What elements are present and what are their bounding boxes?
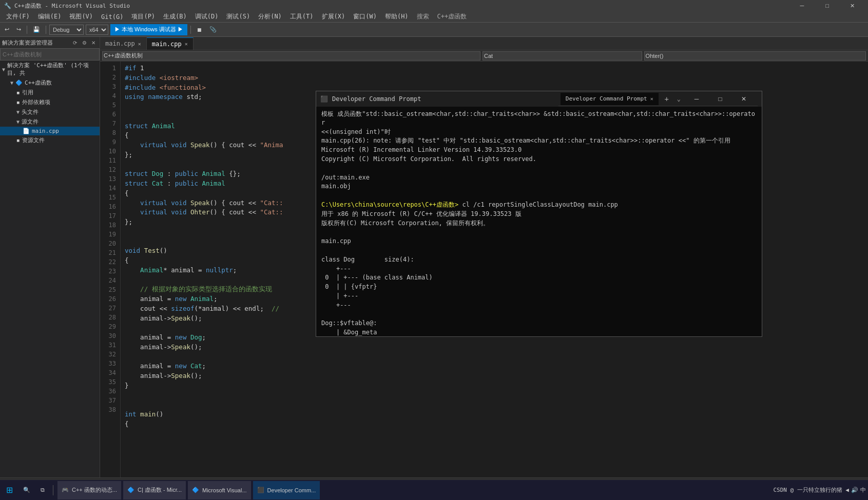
sidebar-close-btn[interactable]: ✕ — [89, 38, 98, 47]
sidebar-title: 解决方案资源管理器 — [2, 39, 53, 47]
toolbar: ↩ ↪ 💾 Debug Release x64 x86 ▶ 本地 Windows… — [0, 23, 868, 37]
nav-member-dropdown[interactable] — [644, 51, 866, 61]
tree-ref-icon: ◾ — [16, 89, 20, 96]
taskbar-app-cmd[interactable]: ⬛ Developer Comm... — [253, 481, 320, 499]
debug-mode-select[interactable]: Debug Release — [49, 25, 84, 35]
sidebar-sync-btn[interactable]: ⟳ — [71, 38, 79, 47]
close-button[interactable]: ✕ — [841, 0, 864, 11]
minimize-button[interactable]: ─ — [790, 0, 814, 11]
menu-bar: 文件(F) 编辑(E) 视图(V) Git(G) 项目(P) 生成(B) 调试(… — [0, 11, 868, 23]
menu-item-debug[interactable]: 调试(D) — [191, 11, 223, 22]
terminal-title-left: ⬛ Developer Command Prompt — [320, 95, 421, 103]
menu-item-edit[interactable]: 编辑(E) — [34, 11, 66, 22]
menu-item-view[interactable]: 视图(V) — [65, 11, 97, 22]
sidebar-search[interactable] — [0, 48, 100, 61]
taskbar-app-vs-label: C| 虚函数 - Micr... — [138, 486, 182, 494]
tree-maincpp[interactable]: 📄 main.cpp — [0, 127, 100, 135]
tree-src-expand: ▼ — [16, 119, 20, 125]
term-line-3: main.cpp(26): note: 请参阅 "test" 中对 "std::… — [321, 136, 757, 145]
start-button[interactable]: ⊞ — [2, 481, 17, 499]
sidebar-settings-btn[interactable]: ⚙ — [80, 38, 88, 47]
tab-close-2[interactable]: ✕ — [185, 41, 188, 47]
taskbar-app-vs-icon: 🔷 — [127, 487, 134, 493]
taskbar-app-vs-cpp[interactable]: 🔷 C| 虚函数 - Micr... — [123, 481, 186, 499]
terminal-tab-label: Developer Command Prompt — [566, 95, 647, 102]
tab-close-1[interactable]: ✕ — [138, 41, 141, 47]
tree-expand-project: ▼ — [10, 80, 13, 86]
tab-bar: main.cpp ✕ main.cpp ✕ — [100, 37, 868, 50]
toolbar-attach[interactable]: 📎 — [207, 24, 219, 35]
toolbar-sep3 — [190, 26, 191, 34]
term-line-11: 用于 x86 的 Microsoft (R) C/C++ 优化编译器 19.39… — [321, 210, 757, 218]
term-line-9 — [321, 191, 757, 200]
taskbar: ⊞ 🔍 ⧉ 🎮 C++ 函数的动态... 🔷 C| 虚函数 - Micr... … — [0, 479, 868, 500]
toolbar-sep2 — [46, 26, 46, 34]
tree-expand-solution: ▼ — [2, 67, 5, 72]
menu-item-build[interactable]: 生成(B) — [159, 11, 191, 22]
menu-item-help[interactable]: 帮助(H) — [381, 11, 413, 22]
menu-item-extensions[interactable]: 扩展(X) — [318, 11, 350, 22]
tree-hdr-label: 头文件 — [22, 108, 38, 116]
taskbar-csdn-label: CSDN @ 一只特立独行的猪 ◀ — [773, 486, 849, 494]
app-icon: 🔧 — [4, 3, 11, 9]
menu-item-search[interactable]: 搜索 — [413, 11, 433, 22]
term-line-21: +--- — [321, 301, 757, 310]
terminal-add-tab[interactable]: + — [661, 93, 673, 105]
toolbar-stop[interactable]: ⏹ — [194, 24, 205, 35]
term-line-12: 版权所有(C) Microsoft Corporation, 保留所有权利。 — [321, 219, 757, 228]
term-line-16: class Dog size(4): — [321, 255, 757, 264]
title-bar-controls: ─ □ ✕ — [790, 0, 864, 11]
tree-external[interactable]: ◾ 外部依赖项 — [0, 97, 100, 107]
taskbar-right: CSDN @ 一只特立独行的猪 ◀ 🔊 中 — [773, 486, 866, 494]
taskbar-app-realtime[interactable]: 🎮 C++ 函数的动态... — [57, 481, 121, 499]
tree-resources[interactable]: ◾ 资源文件 — [0, 135, 100, 145]
toolbar-undo[interactable]: ↩ — [2, 24, 12, 35]
terminal-max-btn[interactable]: □ — [708, 91, 732, 107]
tree-ext-label: 外部依赖项 — [22, 98, 50, 106]
line-numbers: 1234567891011121314151617181920212223242… — [100, 62, 121, 477]
toolbar-redo[interactable]: ↪ — [14, 24, 24, 35]
taskbar-lang: 中 — [860, 486, 866, 494]
term-line-15 — [321, 246, 757, 255]
taskbar-app-vs-main[interactable]: 🔷 Microsoft Visual... — [188, 481, 251, 499]
tab-maincpp-2[interactable]: main.cpp ✕ — [147, 37, 194, 50]
search-button[interactable]: 🔍 — [19, 481, 34, 499]
tree-references[interactable]: ◾ 引用 — [0, 88, 100, 97]
menu-item-project[interactable]: 项目(P) — [127, 11, 159, 22]
menu-item-git[interactable]: Git(G) — [97, 12, 127, 22]
menu-item-window[interactable]: 窗口(W) — [349, 11, 381, 22]
nav-class-dropdown[interactable] — [102, 51, 480, 61]
term-line-20: | +--- — [321, 292, 757, 301]
tree-res-icon: ◾ — [16, 137, 20, 144]
menu-item-tools[interactable]: 工具(T) — [286, 11, 318, 22]
menu-item-file[interactable]: 文件(F) — [2, 11, 34, 22]
term-line-14: main.cpp — [321, 237, 757, 246]
terminal-titlebar: ⬛ Developer Command Prompt Developer Com… — [316, 91, 762, 107]
maximize-button[interactable]: □ — [816, 0, 839, 11]
taskbar-app-realtime-label: C++ 函数的动态... — [72, 486, 117, 494]
tree-hdr-expand: ▼ — [16, 109, 20, 115]
terminal-content[interactable]: 模板 成员函数"std::basic_ostream<char,std::cha… — [316, 107, 762, 336]
terminal-tab-close[interactable]: ✕ — [650, 96, 653, 102]
tree-sources[interactable]: ▼ 源文件 — [0, 117, 100, 127]
menu-item-test[interactable]: 测试(S) — [222, 11, 254, 22]
terminal-dropdown-arrow[interactable]: ⌄ — [675, 95, 683, 103]
run-button[interactable]: ▶ 本地 Windows 调试器 ▶ — [110, 24, 187, 35]
tree-solution[interactable]: ▼ 解决方案 'C++虚函数' (1个项目, 共 — [0, 61, 100, 78]
nav-scope-dropdown[interactable] — [483, 51, 642, 61]
tree-maincpp-label: main.cpp — [32, 128, 59, 134]
terminal-min-btn[interactable]: ─ — [685, 91, 708, 107]
menu-item-analyze[interactable]: 分析(N) — [254, 11, 286, 22]
toolbar-save[interactable]: 💾 — [30, 24, 43, 35]
platform-select[interactable]: x64 x86 — [86, 25, 108, 35]
main-layout: 解决方案资源管理器 ⟳ ⚙ ✕ ▼ 解决方案 'C++虚函数' (1个项目, 共… — [0, 37, 868, 477]
tree-project[interactable]: ▼ 🔷 C++虚函数 — [0, 78, 100, 88]
tab-maincpp-1[interactable]: main.cpp ✕ — [100, 37, 147, 50]
title-bar-left: 🔧 C++虚函数 - Microsoft Visual Studio — [4, 2, 130, 10]
term-line-7: /out:main.exe — [321, 173, 757, 182]
terminal-close-btn[interactable]: ✕ — [732, 91, 756, 107]
taskview-button[interactable]: ⧉ — [36, 481, 49, 499]
terminal-icon: ⬛ — [320, 95, 328, 103]
terminal-tab-1[interactable]: Developer Command Prompt ✕ — [561, 93, 659, 105]
tree-headers[interactable]: ▼ 头文件 — [0, 107, 100, 117]
